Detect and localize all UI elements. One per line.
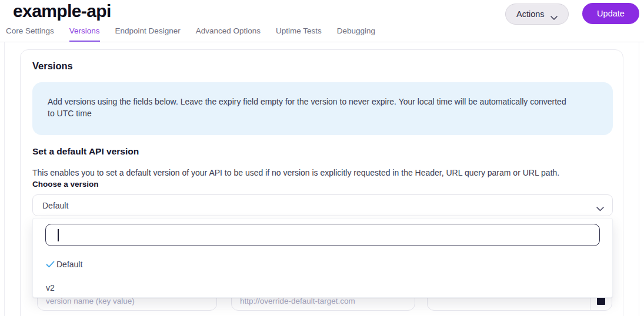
- tab-debugging[interactable]: Debugging: [337, 26, 375, 42]
- choose-version-label: Choose a version: [32, 180, 99, 189]
- page-title: example-api: [13, 1, 111, 21]
- version-select-value: Default: [42, 201, 596, 210]
- dropdown-option-v2[interactable]: v2: [33, 277, 612, 298]
- tab-advanced-options[interactable]: Advanced Options: [196, 26, 261, 42]
- versions-card: Versions Add versions using the fields b…: [20, 49, 623, 316]
- version-dropdown-panel: Default v2: [32, 218, 613, 298]
- card-title: Versions: [32, 60, 73, 72]
- tab-uptime-tests[interactable]: Uptime Tests: [276, 26, 322, 42]
- info-banner: Add versions using the fields below. Lea…: [32, 82, 613, 135]
- page-header: example-api Actions Update Core Settings…: [0, 0, 644, 42]
- tab-versions[interactable]: Versions: [69, 26, 100, 42]
- check-icon: [46, 261, 56, 268]
- dropdown-option-label: v2: [46, 283, 55, 293]
- default-version-description: This enables you to set a default versio…: [32, 168, 559, 177]
- tab-core-settings[interactable]: Core Settings: [6, 26, 54, 42]
- update-button[interactable]: Update: [582, 3, 639, 24]
- dropdown-option-label: Default: [56, 260, 82, 269]
- actions-button[interactable]: Actions: [505, 4, 569, 25]
- api-settings-page: example-api Actions Update Core Settings…: [0, 0, 644, 316]
- info-banner-text: Add versions using the fields below. Lea…: [48, 97, 566, 118]
- tab-bar: Core Settings Versions Endpoint Designer…: [6, 26, 375, 42]
- version-search-box[interactable]: [45, 224, 600, 246]
- chevron-down-icon: [596, 203, 603, 207]
- actions-button-label: Actions: [516, 9, 545, 19]
- text-cursor: [58, 229, 59, 241]
- dropdown-option-default[interactable]: Default: [33, 254, 612, 275]
- default-version-heading: Set a default API version: [32, 146, 139, 157]
- tab-endpoint-designer[interactable]: Endpoint Designer: [115, 26, 181, 42]
- version-search-input[interactable]: [46, 224, 599, 246]
- chevron-down-icon: [550, 12, 558, 16]
- version-select[interactable]: Default: [32, 194, 613, 216]
